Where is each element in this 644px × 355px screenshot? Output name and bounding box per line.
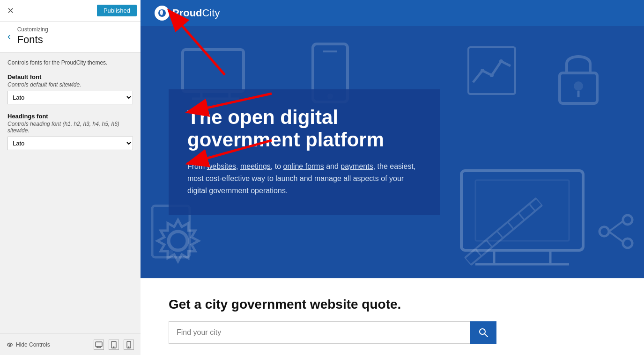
quote-title: Get a city government website quote. bbox=[169, 297, 630, 312]
headings-font-select[interactable]: Lato Arial Georgia Open Sans Roboto Time… bbox=[7, 137, 133, 150]
default-font-label: Default font bbox=[7, 73, 133, 80]
hero-section: ProudCity bbox=[141, 0, 644, 278]
mobile-icon[interactable] bbox=[124, 340, 134, 350]
svg-point-0 bbox=[7, 343, 13, 346]
hero-description: From websites, meetings, to online forms… bbox=[187, 160, 422, 196]
default-font-field: Default font Controls default font sitew… bbox=[7, 73, 133, 113]
headings-font-field: Headings font Controls heading font (h1,… bbox=[7, 113, 133, 159]
websites-link[interactable]: websites bbox=[207, 162, 236, 170]
search-bar bbox=[169, 321, 496, 344]
city-search-input[interactable] bbox=[169, 321, 470, 344]
brand-bold: Proud bbox=[172, 7, 202, 19]
desktop-icon[interactable] bbox=[94, 340, 104, 350]
back-button[interactable]: ‹ bbox=[7, 31, 14, 42]
header-subtitle: Customizing bbox=[17, 26, 48, 33]
tablet-icon[interactable] bbox=[109, 340, 119, 350]
panel-top-bar: ✕ Published bbox=[0, 0, 141, 22]
svg-rect-2 bbox=[96, 342, 102, 347]
svg-point-1 bbox=[9, 344, 11, 346]
quote-section: Get a city government website quote. bbox=[141, 278, 644, 355]
header-text: Customizing Fonts bbox=[17, 26, 48, 46]
preview-panel: ProudCity bbox=[141, 0, 644, 355]
meetings-link[interactable]: meetings bbox=[240, 162, 271, 170]
published-button[interactable]: Published bbox=[97, 5, 137, 16]
payments-link[interactable]: payments bbox=[341, 162, 373, 170]
svg-point-45 bbox=[480, 329, 485, 334]
default-font-select[interactable]: Lato Arial Georgia Open Sans Roboto Time… bbox=[7, 91, 133, 104]
search-icon bbox=[479, 328, 488, 337]
hide-controls-button[interactable]: Hide Controls bbox=[7, 341, 50, 348]
svg-line-46 bbox=[485, 334, 488, 337]
online-forms-link[interactable]: online forms bbox=[283, 162, 324, 170]
hero-title: The open digital government platform bbox=[187, 106, 422, 152]
footer-icons bbox=[94, 340, 134, 350]
default-font-sublabel: Controls default font sitewide. bbox=[7, 81, 133, 88]
eye-icon bbox=[7, 341, 13, 348]
brand-logo: ProudCity bbox=[155, 6, 220, 21]
header-title: Fonts bbox=[17, 34, 48, 46]
svg-point-9 bbox=[128, 347, 129, 348]
hide-controls-label: Hide Controls bbox=[16, 341, 50, 348]
headings-font-label: Headings font bbox=[7, 113, 133, 120]
panel-description: Controls fonts for the ProudCity themes. bbox=[7, 59, 133, 66]
panel-body: Controls fonts for the ProudCity themes.… bbox=[0, 53, 141, 333]
brand-icon bbox=[155, 6, 170, 21]
customizer-panel: ✕ Published ‹ Customizing Fonts Controls… bbox=[0, 0, 141, 355]
brand-text: ProudCity bbox=[172, 7, 220, 19]
hero-text-box: The open digital government platform Fro… bbox=[169, 89, 440, 215]
panel-header: ‹ Customizing Fonts bbox=[0, 22, 141, 53]
city-search-button[interactable] bbox=[470, 321, 496, 344]
panel-footer: Hide Controls bbox=[0, 333, 141, 355]
hero-content: The open digital government platform Fro… bbox=[141, 26, 644, 278]
headings-font-sublabel: Controls heading font (h1, h2, h3, h4, h… bbox=[7, 121, 133, 134]
close-button[interactable]: ✕ bbox=[4, 4, 17, 17]
brand-light: City bbox=[202, 7, 220, 19]
svg-point-7 bbox=[113, 347, 114, 348]
hero-nav: ProudCity bbox=[141, 0, 644, 26]
